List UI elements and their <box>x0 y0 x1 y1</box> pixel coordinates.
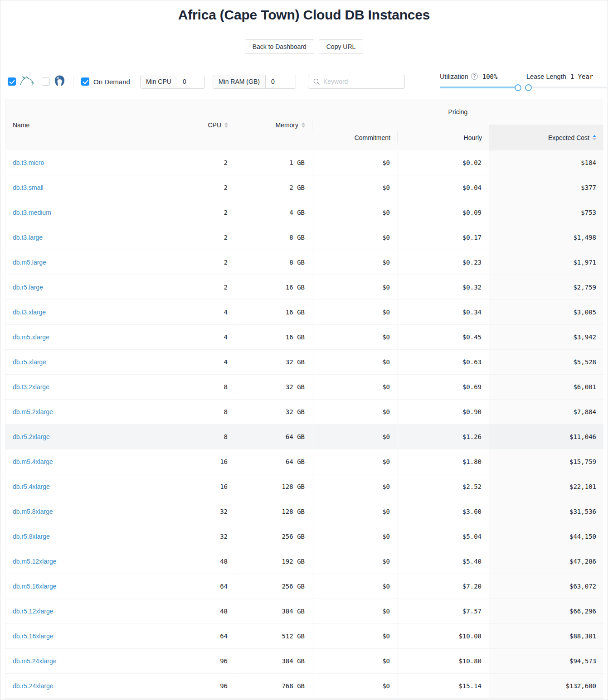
instance-link[interactable]: db.t3.micro <box>13 159 44 166</box>
column-header-commitment[interactable]: Commitment <box>312 125 398 150</box>
utilization-label: Utilization <box>440 73 468 80</box>
hourly-cell: $0.90 <box>398 400 489 425</box>
table-row: db.m5.large28 GB$0$0.23$1,971 <box>5 250 603 275</box>
on-demand-checkbox[interactable] <box>81 77 89 86</box>
instance-link[interactable]: db.m5.4xlarge <box>13 458 53 465</box>
commitment-cell: $0 <box>312 674 398 699</box>
expected-cost-cell: $22,101 <box>489 474 603 499</box>
hourly-cell: $2.52 <box>398 474 489 499</box>
hourly-cell: $7.57 <box>398 599 489 624</box>
expected-cost-cell: $11,046 <box>489 425 603 449</box>
commitment-cell: $0 <box>312 150 398 175</box>
table-row: db.r5.4xlarge16128 GB$0$2.52$22,101 <box>5 474 603 499</box>
commitment-cell: $0 <box>312 275 398 300</box>
instance-link[interactable]: db.m5.24xlarge <box>13 657 57 665</box>
toolbar: Back to Dashboard Copy URL <box>0 39 608 54</box>
expected-cost-cell: $3,005 <box>489 300 603 325</box>
instance-link[interactable]: db.r5.24xlarge <box>13 682 54 690</box>
commitment-cell: $0 <box>312 524 398 549</box>
instance-link[interactable]: db.r5.2xlarge <box>13 433 50 440</box>
instance-link[interactable]: db.m5.large <box>13 259 46 266</box>
hourly-cell: $1.26 <box>398 425 489 449</box>
expected-cost-cell: $88,301 <box>489 624 603 649</box>
question-circle-icon[interactable]: ? <box>471 73 478 80</box>
column-header-cpu[interactable]: CPU <box>158 99 235 150</box>
lease-length-slider-handle[interactable] <box>525 84 532 91</box>
expected-cost-cell: $132,600 <box>489 674 603 699</box>
commitment-cell: $0 <box>312 599 398 624</box>
utilization-slider[interactable] <box>440 84 520 91</box>
utilization-slider-handle[interactable] <box>515 84 521 91</box>
column-header-memory[interactable]: Memory <box>235 99 312 150</box>
instance-link[interactable]: db.t3.2xlarge <box>13 383 49 391</box>
keyword-input[interactable] <box>323 78 399 85</box>
instance-link[interactable]: db.r5.large <box>13 284 43 291</box>
instance-link[interactable]: db.r5.4xlarge <box>13 483 50 490</box>
hourly-cell: $5.04 <box>398 524 489 549</box>
instance-link[interactable]: db.m5.12xlarge <box>13 558 57 565</box>
back-to-dashboard-button[interactable]: Back to Dashboard <box>245 39 314 54</box>
hourly-cell: $5.40 <box>398 549 489 574</box>
instance-link[interactable]: db.r5.12xlarge <box>13 608 54 615</box>
instance-link[interactable]: db.t3.large <box>13 234 43 241</box>
memory-cell: 16 GB <box>235 325 312 350</box>
instance-link[interactable]: db.r5.16xlarge <box>13 632 54 640</box>
cpu-cell: 8 <box>158 400 235 425</box>
keyword-search <box>308 75 405 89</box>
cpu-cell: 2 <box>158 150 235 175</box>
commitment-cell: $0 <box>312 200 398 225</box>
expected-cost-cell: $184 <box>489 150 603 175</box>
lease-length-slider[interactable] <box>526 84 607 91</box>
cpu-cell: 4 <box>158 300 235 325</box>
cpu-cell: 96 <box>158 674 235 699</box>
cpu-cell: 8 <box>158 375 235 400</box>
memory-cell: 512 GB <box>235 624 312 649</box>
cpu-cell: 48 <box>158 549 235 574</box>
column-header-name[interactable]: Name <box>5 99 158 150</box>
min-ram-label: Min RAM (GB) <box>213 75 266 88</box>
instance-link[interactable]: db.m5.16xlarge <box>13 583 57 590</box>
instance-link[interactable]: db.m5.xlarge <box>13 333 49 341</box>
hourly-cell: $0.09 <box>398 200 489 225</box>
commitment-cell: $0 <box>312 649 398 674</box>
hourly-cell: $7.20 <box>398 574 489 599</box>
table-row: db.t3.2xlarge832 GB$0$0.69$6,001 <box>5 375 603 400</box>
instance-link[interactable]: db.r5.8xlarge <box>13 533 50 540</box>
copy-url-button[interactable]: Copy URL <box>319 39 364 54</box>
memory-cell: 256 GB <box>235 574 312 599</box>
instance-link[interactable]: db.t3.xlarge <box>13 309 46 316</box>
mysql-checkbox[interactable] <box>8 77 16 86</box>
postgresql-checkbox[interactable] <box>42 77 50 86</box>
cpu-cell: 2 <box>158 200 235 225</box>
expected-cost-cell: $5,528 <box>489 350 603 375</box>
commitment-cell: $0 <box>312 400 398 425</box>
cpu-cell: 8 <box>158 425 235 449</box>
hourly-cell: $0.34 <box>398 300 489 325</box>
column-header-hourly[interactable]: Hourly <box>398 125 489 150</box>
expected-cost-cell: $66,296 <box>489 599 603 624</box>
expected-cost-cell: $2,759 <box>489 275 603 300</box>
column-header-expected-cost[interactable]: Expected Cost <box>489 125 603 150</box>
instance-link[interactable]: db.m5.8xlarge <box>13 508 53 515</box>
hourly-cell: $0.02 <box>398 150 489 175</box>
memory-cell: 384 GB <box>235 649 312 674</box>
cpu-cell: 32 <box>158 524 235 549</box>
instance-link[interactable]: db.t3.small <box>13 184 44 191</box>
instance-link[interactable]: db.t3.medium <box>13 209 51 216</box>
commitment-cell: $0 <box>312 449 398 474</box>
instance-link[interactable]: db.r5.xlarge <box>13 358 46 366</box>
cpu-cell: 64 <box>158 574 235 599</box>
min-cpu-input[interactable] <box>177 75 204 88</box>
memory-cell: 128 GB <box>235 499 312 524</box>
hourly-cell: $15.14 <box>398 674 489 699</box>
table-row: db.t3.large28 GB$0$0.17$1,498 <box>5 225 603 250</box>
memory-cell: 16 GB <box>235 300 312 325</box>
table-row: db.t3.medium24 GB$0$0.09$753 <box>5 200 603 225</box>
expected-cost-cell: $753 <box>489 200 603 225</box>
commitment-cell: $0 <box>312 300 398 325</box>
memory-cell: 8 GB <box>235 250 312 275</box>
min-ram-input[interactable] <box>266 75 296 88</box>
instance-link[interactable]: db.m5.2xlarge <box>13 408 53 415</box>
table-row: db.r5.8xlarge32256 GB$0$5.04$44,150 <box>5 524 603 549</box>
lease-length-control: Lease Length 1 Year <box>526 73 607 91</box>
